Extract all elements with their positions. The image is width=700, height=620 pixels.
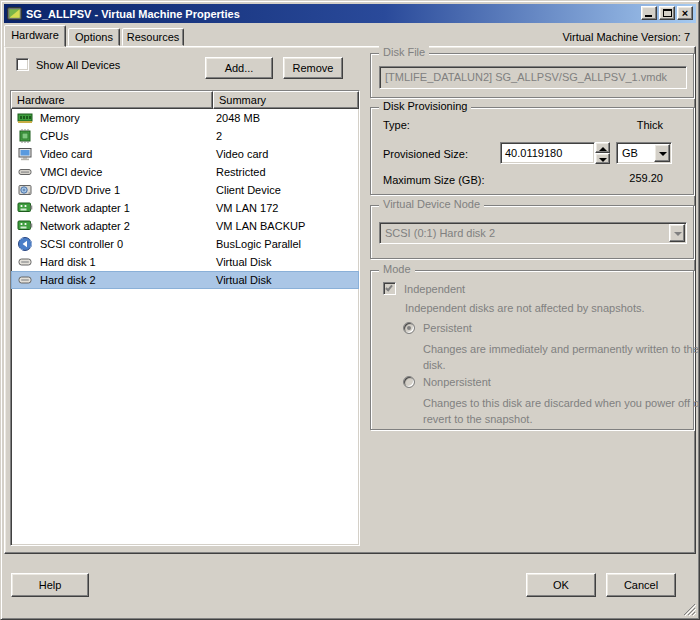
show-all-devices-checkbox[interactable] [16, 58, 29, 71]
close-button[interactable]: × [677, 6, 693, 20]
window-title: SG_ALLPSV - Virtual Machine Properties [26, 8, 240, 20]
nonpersistent-row: Nonpersistent [403, 376, 491, 388]
hardware-summary-cell: BusLogic Parallel [216, 238, 301, 250]
provisioned-size-input[interactable]: 40.0119180 [500, 142, 595, 164]
independent-description: Independent disks are not affected by sn… [405, 302, 697, 314]
virtual-device-node-value: SCSI (0:1) Hard disk 2 [380, 223, 669, 243]
maximize-button[interactable] [659, 6, 675, 20]
virtual-machine-properties-dialog: SG_ALLPSV - Virtual Machine Properties ×… [0, 0, 700, 620]
hardware-name-cell: SCSI controller 0 [40, 238, 212, 250]
show-all-devices-label: Show All Devices [36, 59, 120, 71]
size-unit-value: GB [617, 143, 654, 163]
table-row[interactable]: Video card Video card [11, 145, 359, 163]
hard-disk-icon [17, 254, 33, 270]
disk-provisioning-group: Disk Provisioning Type: Thick Provisione… [370, 107, 694, 195]
tab-hardware[interactable]: Hardware [4, 25, 66, 47]
tab-resources-label: Resources [127, 31, 180, 43]
hardware-summary-cell: Video card [216, 148, 268, 160]
virtual-device-node-group: Virtual Device Node SCSI (0:1) Hard disk… [370, 205, 694, 259]
hard-disk-icon [17, 272, 33, 288]
arrow-down-icon [599, 158, 607, 162]
help-button-label: Help [39, 579, 62, 591]
column-header-summary[interactable]: Summary [213, 91, 359, 109]
vm-window-icon [7, 6, 22, 21]
nonpersistent-label: Nonpersistent [423, 376, 491, 388]
tab-strip: Hardware Options Resources Virtual Machi… [4, 25, 696, 46]
persistent-radio [403, 322, 415, 334]
arrow-up-icon [599, 147, 607, 151]
type-label: Type: [383, 119, 410, 131]
minimize-button[interactable] [641, 6, 657, 20]
chevron-down-icon [659, 152, 667, 156]
spin-up-button[interactable] [595, 142, 610, 153]
hardware-summary-cell: VM LAN BACKUP [216, 220, 305, 232]
chevron-down-icon [674, 232, 682, 236]
network-adapter-icon [17, 218, 33, 234]
help-button[interactable]: Help [11, 573, 89, 597]
disk-provisioning-group-label: Disk Provisioning [379, 100, 471, 112]
nonpersistent-radio [403, 376, 415, 388]
dropdown-arrow-button [669, 224, 685, 242]
hardware-name-cell: Hard disk 1 [40, 256, 212, 268]
provisioned-size-label: Provisioned Size: [383, 148, 468, 160]
column-header-hardware[interactable]: Hardware [11, 91, 213, 109]
table-row[interactable]: SCSI controller 0 BusLogic Parallel [11, 235, 359, 253]
disk-file-group-label: Disk File [379, 46, 429, 58]
hardware-summary-cell: Virtual Disk [216, 274, 271, 286]
check-icon [385, 284, 393, 292]
hardware-name-cell: VMCI device [40, 166, 212, 178]
independent-row: Independent [383, 282, 465, 295]
network-adapter-icon [17, 200, 33, 216]
title-bar[interactable]: SG_ALLPSV - Virtual Machine Properties × [4, 4, 696, 23]
hardware-summary-cell: VM LAN 172 [216, 202, 278, 214]
hardware-tab-page: Show All Devices Add... Remove Hardware … [4, 46, 696, 554]
disk-file-path-field: [TMLIFE_DATALUN2] SG_ALLPSV/SG_ALLPSV_1.… [379, 66, 687, 89]
tab-options[interactable]: Options [68, 28, 120, 46]
show-all-devices-row: Show All Devices [16, 58, 120, 71]
table-row[interactable]: Network adapter 1 VM LAN 172 [11, 199, 359, 217]
table-row[interactable]: CD/DVD Drive 1 Client Device [11, 181, 359, 199]
ok-button-label: OK [553, 579, 569, 591]
virtual-device-node-group-label: Virtual Device Node [379, 198, 484, 210]
hardware-list: Hardware Summary Memory 2048 MB CPUs 2 V… [10, 90, 360, 546]
table-row[interactable]: Hard disk 1 Virtual Disk [11, 253, 359, 271]
independent-label: Independent [404, 283, 465, 295]
hardware-summary-cell: 2 [216, 130, 222, 142]
hardware-summary-cell: Virtual Disk [216, 256, 271, 268]
table-row[interactable]: Network adapter 2 VM LAN BACKUP [11, 217, 359, 235]
add-button[interactable]: Add... [205, 57, 273, 79]
hardware-name-cell: Hard disk 2 [40, 274, 212, 286]
dropdown-arrow-button[interactable] [654, 144, 670, 162]
hardware-name-cell: Video card [40, 148, 212, 160]
hardware-list-body: Memory 2048 MB CPUs 2 Video card Video c… [11, 109, 359, 289]
cancel-button[interactable]: Cancel [606, 573, 676, 597]
cancel-button-label: Cancel [624, 579, 658, 591]
table-row[interactable]: Hard disk 2 Virtual Disk [11, 271, 359, 289]
table-row[interactable]: VMCI device Restricted [11, 163, 359, 181]
tab-hardware-label: Hardware [11, 29, 59, 41]
close-icon: × [678, 7, 692, 19]
disk-file-group: Disk File [TMLIFE_DATALUN2] SG_ALLPSV/SG… [370, 53, 694, 98]
tab-resources[interactable]: Resources [122, 28, 184, 46]
type-value: Thick [637, 119, 663, 131]
ok-button[interactable]: OK [526, 573, 596, 597]
hardware-name-cell: CPUs [40, 130, 212, 142]
persistent-description: Changes are immediately and permanently … [423, 341, 700, 373]
size-unit-dropdown[interactable]: GB [616, 142, 672, 164]
persistent-label: Persistent [423, 322, 472, 334]
hardware-summary-cell: 2048 MB [216, 112, 260, 124]
spin-down-button[interactable] [595, 153, 610, 164]
video-card-icon [17, 146, 33, 162]
vm-version-label: Virtual Machine Version: 7 [562, 31, 690, 43]
nonpersistent-description: Changes to this disk are discarded when … [423, 395, 700, 427]
vmci-device-icon [17, 164, 33, 180]
hardware-name-cell: Network adapter 1 [40, 202, 212, 214]
remove-button[interactable]: Remove [283, 57, 343, 79]
maximum-size-value: 259.20 [629, 172, 663, 184]
table-row[interactable]: CPUs 2 [11, 127, 359, 145]
maximum-size-label: Maximum Size (GB): [383, 174, 484, 186]
persistent-row: Persistent [403, 322, 472, 334]
resize-grip[interactable] [683, 603, 696, 616]
minimize-icon [645, 15, 652, 17]
table-row[interactable]: Memory 2048 MB [11, 109, 359, 127]
